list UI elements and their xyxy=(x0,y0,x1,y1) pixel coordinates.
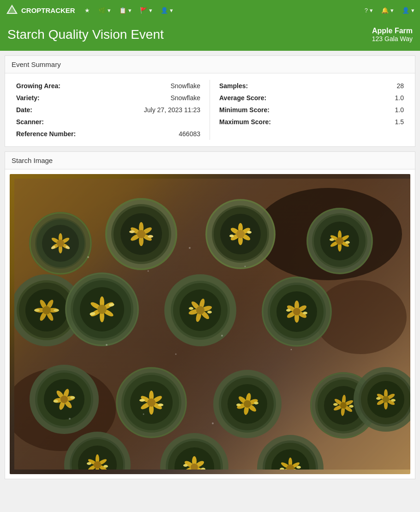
apple-slices-svg xyxy=(14,179,410,470)
nav-people[interactable]: 👤 ▾ xyxy=(161,7,173,14)
date-label: Date: xyxy=(16,106,72,114)
variety-value: Snowflake xyxy=(170,94,200,102)
starch-image-header: Starch Image xyxy=(5,152,415,169)
nav-records[interactable]: 📋 ▾ xyxy=(119,7,132,14)
growing-area-value: Snowflake xyxy=(170,82,200,90)
svg-point-113 xyxy=(303,312,307,314)
svg-point-140 xyxy=(158,404,163,406)
growing-area-row: Growing Area: Snowflake xyxy=(16,80,200,92)
summary-grid: Growing Area: Snowflake Variety: Snowfla… xyxy=(12,80,408,140)
svg-point-30 xyxy=(137,230,145,238)
svg-point-220 xyxy=(391,399,396,402)
svg-point-231 xyxy=(143,414,144,415)
svg-point-224 xyxy=(189,247,191,249)
svg-point-155 xyxy=(236,404,241,406)
avg-score-label: Average Score: xyxy=(219,94,275,102)
help-icon: ? xyxy=(365,7,368,14)
svg-point-127 xyxy=(70,396,75,399)
svg-point-58 xyxy=(336,237,343,245)
svg-point-207 xyxy=(296,466,301,469)
svg-point-228 xyxy=(221,335,223,337)
people-icon: 👤 xyxy=(161,7,168,14)
nav-help[interactable]: ? ▾ xyxy=(365,7,373,14)
event-summary-section: Event Summary Growing Area: Snowflake Va… xyxy=(5,55,415,147)
farm-info: Apple Farm 123 Gala Way xyxy=(372,27,413,42)
page-header: Starch Quality Vision Event Apple Farm 1… xyxy=(0,20,420,51)
starch-image-title: Starch Image xyxy=(12,157,53,164)
svg-point-31 xyxy=(148,235,153,238)
starch-image-section: Starch Image xyxy=(5,151,415,479)
reference-value: 466083 xyxy=(179,130,200,138)
svg-point-101 xyxy=(189,307,193,310)
svg-point-45 xyxy=(247,231,252,234)
svg-point-182 xyxy=(87,462,91,465)
brand-logo[interactable]: CROPTRACKER xyxy=(6,4,75,17)
croptracker-logo-icon xyxy=(6,4,18,17)
svg-point-222 xyxy=(87,256,89,258)
notifications-icon: 🔔 xyxy=(381,7,389,14)
svg-point-154 xyxy=(254,402,258,404)
svg-point-232 xyxy=(212,422,214,424)
help-chevron: ▾ xyxy=(370,7,373,14)
max-score-row: Maximum Score: 1.5 xyxy=(219,116,404,128)
svg-point-227 xyxy=(175,354,177,355)
samples-value: 28 xyxy=(396,82,404,90)
svg-point-73 xyxy=(54,309,59,312)
min-score-row: Minimum Score: 1.0 xyxy=(219,104,404,116)
people-chevron: ▾ xyxy=(170,7,173,14)
svg-point-128 xyxy=(54,400,58,403)
date-value: July 27, 2023 11:23 xyxy=(144,106,200,114)
nav-bookmark[interactable]: ★ xyxy=(84,7,90,14)
svg-point-60 xyxy=(330,238,334,241)
event-summary-body: Growing Area: Snowflake Variety: Snowfla… xyxy=(5,73,415,146)
flags-icon: 🚩 xyxy=(140,7,147,14)
svg-point-32 xyxy=(129,230,135,233)
svg-point-72 xyxy=(42,306,51,314)
svg-point-223 xyxy=(148,271,149,272)
svg-point-168 xyxy=(333,403,338,406)
svg-point-74 xyxy=(34,309,40,312)
event-summary-title: Event Summary xyxy=(12,60,61,68)
summary-left-col: Growing Area: Snowflake Variety: Snowfla… xyxy=(12,80,210,140)
svg-point-195 xyxy=(183,464,188,467)
growing-area-label: Growing Area: xyxy=(16,82,72,90)
min-score-label: Minimum Score: xyxy=(219,106,275,114)
nav-right: ? ▾ 🔔 ▾ 👤 ▾ xyxy=(365,7,414,14)
svg-point-225 xyxy=(245,266,246,267)
date-row: Date: July 27, 2023 11:23 xyxy=(16,104,200,116)
nav-crops[interactable]: 🌿 ▾ xyxy=(98,7,111,14)
variety-label: Variety: xyxy=(16,94,72,102)
svg-point-180 xyxy=(94,461,101,469)
starch-image-body xyxy=(5,169,415,479)
svg-point-139 xyxy=(147,398,156,407)
records-chevron: ▾ xyxy=(128,7,132,14)
svg-point-226 xyxy=(106,344,108,346)
max-score-label: Maximum Score: xyxy=(219,118,275,126)
farm-address: 123 Gala Way xyxy=(372,35,413,42)
scanner-row: Scanner: xyxy=(16,116,200,128)
notifications-chevron: ▾ xyxy=(390,7,394,14)
svg-point-85 xyxy=(97,305,107,314)
nav-notifications[interactable]: 🔔 ▾ xyxy=(381,7,394,14)
avg-score-value: 1.0 xyxy=(395,94,404,102)
nav-account[interactable]: 👤 ▾ xyxy=(402,7,414,14)
flags-chevron: ▾ xyxy=(149,7,152,14)
brand-name: CROPTRACKER xyxy=(21,6,75,14)
account-icon: 👤 xyxy=(402,7,409,14)
samples-label: Samples: xyxy=(219,82,275,90)
svg-point-167 xyxy=(349,405,354,408)
records-icon: 📋 xyxy=(119,7,126,14)
svg-point-100 xyxy=(207,311,212,313)
variety-row: Variety: Snowflake xyxy=(16,92,200,104)
summary-right-col: Samples: 28 Average Score: 1.0 Minimum S… xyxy=(210,80,408,140)
min-score-value: 1.0 xyxy=(395,106,404,114)
svg-point-141 xyxy=(139,399,145,402)
nav-flags[interactable]: 🚩 ▾ xyxy=(140,7,152,14)
svg-point-153 xyxy=(244,400,251,408)
event-summary-header: Event Summary xyxy=(5,56,415,73)
svg-point-44 xyxy=(236,230,245,238)
account-chevron: ▾ xyxy=(411,7,414,14)
svg-point-46 xyxy=(229,235,234,237)
farm-name: Apple Farm xyxy=(372,27,413,35)
svg-point-221 xyxy=(376,397,381,400)
